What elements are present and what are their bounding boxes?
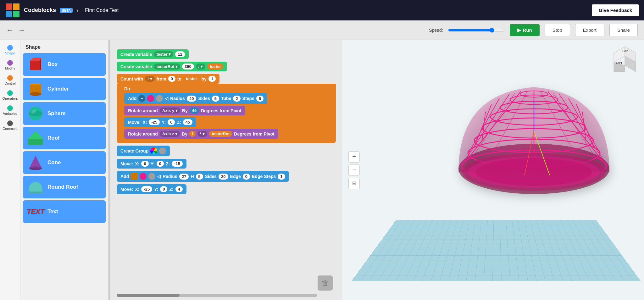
color-picker-gray-2[interactable]: [148, 173, 155, 180]
rainbow-color-icon[interactable]: [150, 147, 157, 154]
zoom-in-button[interactable]: +: [348, 151, 360, 163]
color-picker-pink[interactable]: [147, 95, 154, 102]
z-val-n15[interactable]: -15: [172, 161, 183, 167]
scrollbar-thumb[interactable]: [117, 294, 180, 297]
by-val-1[interactable]: 1: [208, 76, 216, 82]
from-val-0[interactable]: 0: [168, 76, 175, 82]
steps-val-5[interactable]: 5: [256, 96, 264, 102]
code-area[interactable]: Create variable tester ▾ 12 Create varia…: [110, 40, 342, 300]
x-val-n25-2[interactable]: -25: [141, 186, 152, 192]
edge-val-0[interactable]: 0: [243, 174, 250, 180]
speed-slider[interactable]: [448, 28, 505, 33]
svg-point-9: [30, 92, 41, 96]
block-add-torus[interactable]: Add – ◁ Radius 40 Sides 5 Tube 2 Steps 5: [124, 93, 267, 104]
zoom-out-button[interactable]: −: [348, 164, 360, 176]
sidebar-item-variables[interactable]: Variables: [1, 103, 19, 117]
left-sidebar: Shape Modify Control Operators Variables…: [0, 40, 20, 300]
color-picker-gray[interactable]: [156, 95, 163, 102]
h-val-5[interactable]: 5: [196, 174, 203, 180]
share-button[interactable]: Share: [609, 24, 638, 36]
dropdown-arrow-icon[interactable]: ▾: [76, 8, 79, 13]
shape-button-text[interactable]: TEXT Text: [23, 200, 106, 223]
run-button[interactable]: ▶ Run: [510, 24, 540, 36]
sidebar-item-shape[interactable]: Shape: [1, 43, 19, 57]
h-label: H: [191, 174, 194, 179]
beta-badge: BETA: [60, 8, 73, 13]
radius-val-27[interactable]: 27: [179, 174, 189, 180]
cone-icon: [27, 154, 44, 171]
export-button[interactable]: Export: [575, 24, 604, 36]
radius-val-40[interactable]: 40: [187, 96, 196, 102]
sides-val-5[interactable]: 5: [212, 96, 219, 102]
shape-label-sphere: Sphere: [47, 110, 66, 117]
count-var-i[interactable]: i ▾: [145, 76, 154, 82]
svg-point-51: [476, 158, 592, 186]
group-color-gray[interactable]: [159, 147, 166, 154]
axis-y-dropdown[interactable]: Axis y ▾: [160, 108, 180, 114]
block-move-2[interactable]: Move: X: 0 Y: 0 Z: -15: [117, 159, 186, 169]
block-create-var-testerrot[interactable]: Create variable testerRot ▾ 360 / ▾ test…: [117, 62, 227, 71]
block-move-3[interactable]: Move: X: -25 Y: 0 Z: 4: [117, 184, 186, 194]
var-val-360[interactable]: 360: [182, 64, 194, 69]
y-val-0-3[interactable]: 0: [160, 186, 167, 192]
shape-button-box[interactable]: Box: [23, 53, 106, 76]
y-val-0-1[interactable]: 0: [168, 119, 175, 125]
svg-rect-2: [6, 11, 12, 17]
edge-steps-label: Edge Steps: [252, 174, 276, 179]
divide-op[interactable]: / ▾: [196, 64, 205, 69]
feedback-button[interactable]: Give Feedback: [592, 4, 639, 16]
multiply-op[interactable]: * ▾: [197, 131, 208, 137]
toolbar: ← → Speed: ▶ Run Stop Export Share: [0, 20, 644, 40]
by-val-45[interactable]: 45: [190, 108, 199, 114]
y-val-0-2[interactable]: 0: [157, 161, 164, 167]
block-create-group[interactable]: Create Group: [117, 146, 170, 156]
block-add-cylinder[interactable]: Add ◁ Radius 27 H 5 Sides 20 Edge 0 Edge…: [117, 171, 289, 182]
logo[interactable]: [5, 3, 20, 18]
x-val-n25[interactable]: -25: [149, 119, 160, 125]
undo-button[interactable]: ←: [6, 26, 13, 34]
do-label: Do: [124, 86, 333, 91]
color-picker-pink-2[interactable]: [140, 173, 147, 180]
var-val-12[interactable]: 12: [175, 51, 185, 57]
redo-button[interactable]: →: [18, 26, 25, 34]
var-i-ref: i: [189, 131, 196, 137]
shape-button-sphere[interactable]: Sphere: [23, 102, 106, 125]
sidebar-item-modify[interactable]: Modify: [1, 58, 19, 72]
edge-steps-val-1[interactable]: 1: [278, 174, 285, 180]
var-name-tester[interactable]: tester ▾: [154, 51, 173, 57]
zoom-fit-button[interactable]: ⊟: [348, 178, 360, 189]
shape-button-roof[interactable]: Roof: [23, 127, 106, 149]
x-label-2: X:: [135, 161, 139, 166]
svg-rect-0: [6, 3, 12, 10]
z-val-4[interactable]: 4: [175, 186, 183, 192]
z-val-45[interactable]: 45: [183, 119, 192, 125]
z-label-3: Z:: [169, 187, 173, 192]
sidebar-item-comment[interactable]: Comment: [1, 119, 19, 132]
var-name-testerrot[interactable]: testerRot ▾: [154, 64, 180, 69]
shape-label-text: Text: [47, 208, 58, 215]
degrees-from-pivot-1: Degrees from Pivot: [201, 108, 241, 113]
app-name: Codeblocks: [24, 7, 56, 14]
tube-val-2[interactable]: 2: [233, 96, 240, 102]
sides-val-20[interactable]: 20: [219, 174, 228, 180]
shape-button-round-roof[interactable]: Round Roof: [23, 176, 106, 198]
shapes-panel-title: Shape: [23, 42, 106, 53]
trash-button[interactable]: 🗑: [318, 275, 333, 291]
block-create-var-tester[interactable]: Create variable tester ▾ 12: [117, 49, 189, 59]
variables-dot-icon: [7, 105, 13, 111]
horizontal-scrollbar[interactable]: [117, 294, 317, 297]
x-val-0[interactable]: 0: [141, 161, 148, 167]
shape-button-cone[interactable]: Cone: [23, 151, 106, 174]
create-group-label: Create Group: [120, 148, 148, 153]
stop-button[interactable]: Stop: [545, 24, 570, 36]
sides-label-1: Sides: [198, 96, 210, 101]
axis-z-dropdown[interactable]: Axis z ▾: [160, 131, 180, 137]
block-count-with[interactable]: Count with i ▾ from 0 to tester by 1: [117, 74, 219, 84]
block-move-1[interactable]: Move: X: -25 Y: 0 Z: 45: [124, 117, 196, 127]
sidebar-item-control[interactable]: Control: [1, 73, 19, 87]
sidebar-item-operators[interactable]: Operators: [1, 88, 19, 102]
shape-button-cylinder[interactable]: Cylinder: [23, 78, 106, 100]
block-rotate-y[interactable]: Rotate around Axis y ▾ By 45 Degrees fro…: [124, 106, 245, 115]
block-rotate-z[interactable]: Rotate around Axis z ▾ By i * ▾ testerRo…: [124, 129, 278, 139]
move-label-1: Move:: [128, 120, 141, 125]
